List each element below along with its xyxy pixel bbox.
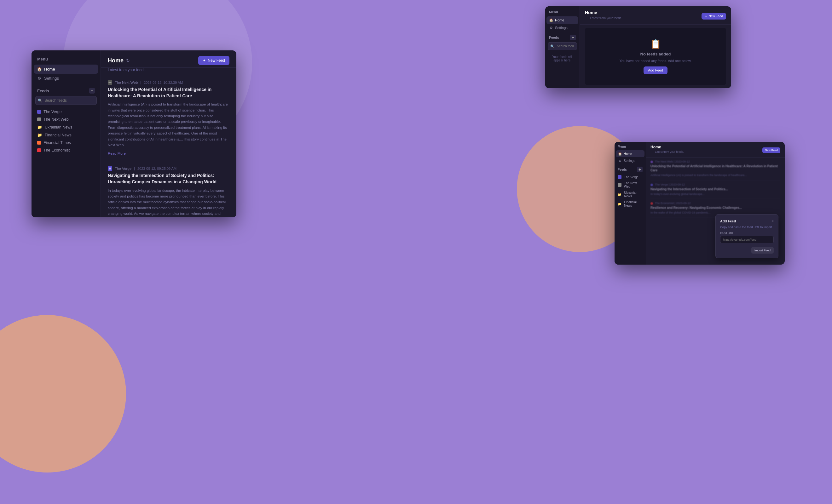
add-feed-button[interactable]: Add Feed <box>644 67 668 74</box>
feed-item-the-next-web[interactable]: The Next Web <box>31 115 101 123</box>
new-feed-button-tr[interactable]: ✦ New Feed <box>702 13 726 20</box>
feed-item-financial-times[interactable]: Financial Times <box>31 139 101 147</box>
folder-icon-financial-br: 📁 <box>618 202 622 206</box>
feed-folder-financial-br[interactable]: 📁 Financial News <box>615 199 646 209</box>
feed-item-the-verge[interactable]: The Verge <box>31 108 101 115</box>
dialog-title: Add Feed <box>720 219 736 223</box>
article-date-val-2: 2023-09-12, 09:25:09 AM <box>137 167 177 170</box>
import-feed-button[interactable]: Import Feed <box>751 247 774 254</box>
br-main-area: Home Latest from your feeds. New Feed Th… <box>646 142 785 265</box>
article-date-1: | <box>140 81 141 84</box>
article-card-1: — The Next Web | 2023-09-12, 10:32:39 AM… <box>101 75 236 161</box>
source-icon-verge: U <box>108 166 112 171</box>
new-feed-button-br[interactable]: New Feed <box>762 148 780 153</box>
article-card-2: U The Verge | 2023-09-12, 09:25:09 AM Na… <box>101 161 236 217</box>
home-icon-br: 🏠 <box>618 152 622 156</box>
new-feed-button-main[interactable]: ✦ New Feed <box>198 56 229 65</box>
article-source-1: The Next Web <box>115 81 138 84</box>
read-more-1[interactable]: Read More <box>108 152 126 155</box>
br-source-badge-1 <box>650 161 653 163</box>
add-feed-plus-tr[interactable]: + <box>570 35 576 40</box>
search-feeds-main: 🔍 <box>35 96 97 105</box>
home-icon-main: 🏠 <box>37 67 42 72</box>
feed-item-verge-br[interactable]: The Verge <box>615 174 646 180</box>
add-feed-plus-br[interactable]: + <box>637 167 643 172</box>
search-icon-main: 🔍 <box>38 99 42 103</box>
window-bottom-right: Menu 🏠 Home ⚙ Settings Feeds + The Verge… <box>615 142 785 265</box>
no-feeds-empty-desc: You have not added any feeds. Add one be… <box>620 59 692 63</box>
sidebar-item-home-tr[interactable]: 🏠 Home <box>546 17 578 24</box>
feed-folder-ukrainian-br[interactable]: 📁 Ukrainian News <box>615 190 646 199</box>
article-excerpt-1: Artificial Intelligence (AI) is poised t… <box>108 101 229 148</box>
sidebar-item-home-main[interactable]: 🏠 Home <box>34 64 98 74</box>
dialog-header: Add Feed × <box>720 219 774 223</box>
content-title-area: Home ↻ <box>108 57 130 64</box>
feed-dot-tnw <box>37 117 41 121</box>
no-feeds-area: Home Latest from your feeds. ✦ New Feed … <box>580 6 731 88</box>
feeds-header-tr: Feeds + <box>545 31 579 42</box>
sidebar-item-settings-main[interactable]: ⚙ Settings <box>31 74 101 83</box>
add-feed-dialog: Add Feed × Copy and paste the feed URL t… <box>716 214 778 258</box>
feed-dot-ft <box>37 141 41 144</box>
bg-decoration-2 <box>0 315 126 473</box>
feed-dot-tnw-br <box>618 183 622 187</box>
sidebar-item-home-br[interactable]: 🏠 Home <box>616 150 645 157</box>
sidebar-br-menu-label: Menu <box>615 145 646 150</box>
document-icon: 📋 <box>650 39 661 49</box>
gear-icon-main: ⚙ <box>37 76 42 81</box>
feeds-header-main: Feeds + <box>31 83 101 96</box>
plus-icon-tr: ✦ <box>705 15 707 18</box>
articles-list-main: — The Next Web | 2023-09-12, 10:32:39 AM… <box>101 75 236 217</box>
article-meta-2: U The Verge | 2023-09-12, 09:25:09 AM <box>108 166 229 171</box>
br-article-1: The Next Web | 2023-09-12 Unlocking the … <box>650 158 780 181</box>
gear-icon-br: ⚙ <box>618 158 622 163</box>
dialog-url-label: Feed URL <box>720 231 774 235</box>
br-subtitle: Latest from your feeds. <box>650 149 688 155</box>
dialog-close-button[interactable]: × <box>772 219 774 223</box>
sidebar-top-right: Menu 🏠 Home ⚙ Settings Feeds + 🔍 Your fe… <box>545 6 580 88</box>
br-source-badge-2 <box>650 184 653 186</box>
feed-item-the-economist[interactable]: The Economist <box>31 147 101 154</box>
search-icon-tr: 🔍 <box>550 44 555 48</box>
article-title-2: Navigating the Intersection of Society a… <box>108 173 229 185</box>
sidebar-item-settings-br[interactable]: ⚙ Settings <box>615 157 646 164</box>
br-header: Home Latest from your feeds. New Feed <box>646 142 785 158</box>
search-feeds-tr: 🔍 <box>548 42 577 50</box>
page-title-main: Home <box>108 57 124 64</box>
gear-icon-tr: ⚙ <box>549 26 553 30</box>
article-source-2: The Verge <box>115 167 131 170</box>
feed-folder-financial-news[interactable]: 📁 Financial News <box>31 131 101 139</box>
feed-folder-ukrainian-news[interactable]: 📁 Ukrainian News <box>31 123 101 131</box>
article-date-2: | <box>134 167 135 170</box>
add-feed-plus-main[interactable]: + <box>89 88 95 94</box>
folder-icon-financial: 📁 <box>37 133 42 137</box>
sidebar-main-menu-label: Menu <box>31 57 101 64</box>
article-date-val-1: 2023-09-12, 10:32:39 AM <box>144 81 183 84</box>
sidebar-item-settings-tr[interactable]: ⚙ Settings <box>545 24 579 31</box>
subtitle-main: Latest from your feeds. <box>101 68 236 75</box>
no-feeds-empty-title: No feeds added <box>641 52 671 56</box>
no-feeds-header: Home Latest from your feeds. ✦ New Feed <box>580 6 731 25</box>
window-top-right: Menu 🏠 Home ⚙ Settings Feeds + 🔍 Your fe… <box>545 6 731 88</box>
sidebar-menu-label: Menu <box>545 10 579 17</box>
br-source-badge-3 <box>650 202 653 205</box>
feed-item-tnw-br[interactable]: The Next Web <box>615 180 646 190</box>
feed-url-input[interactable] <box>720 236 774 243</box>
dialog-desc: Copy and paste the feed URL to import. <box>720 225 774 229</box>
article-title-1: Unlocking the Potential of Artificial In… <box>108 87 229 99</box>
article-meta-1: — The Next Web | 2023-09-12, 10:32:39 AM <box>108 80 229 85</box>
feed-dot-verge <box>37 110 41 114</box>
refresh-icon-main[interactable]: ↻ <box>126 58 130 63</box>
feeds-header-br: Feeds + <box>615 164 646 174</box>
feeds-empty-text: Your feeds will appear here. <box>545 53 579 64</box>
br-page-title: Home <box>650 145 688 149</box>
feed-dot-economist <box>37 149 41 152</box>
search-feeds-input-main[interactable] <box>35 96 97 105</box>
article-excerpt-2: In today's ever-evolving global landscap… <box>108 188 229 218</box>
sidebar-br: Menu 🏠 Home ⚙ Settings Feeds + The Verge… <box>615 142 646 265</box>
window-main: Menu 🏠 Home ⚙ Settings Feeds + 🔍 The Ver… <box>31 50 236 217</box>
no-feeds-content: 📋 No feeds added You have not added any … <box>585 28 726 85</box>
home-icon: 🏠 <box>549 18 553 22</box>
source-icon-tnw: — <box>108 80 112 85</box>
main-content: Home ↻ ✦ New Feed Latest from your feeds… <box>101 50 236 217</box>
